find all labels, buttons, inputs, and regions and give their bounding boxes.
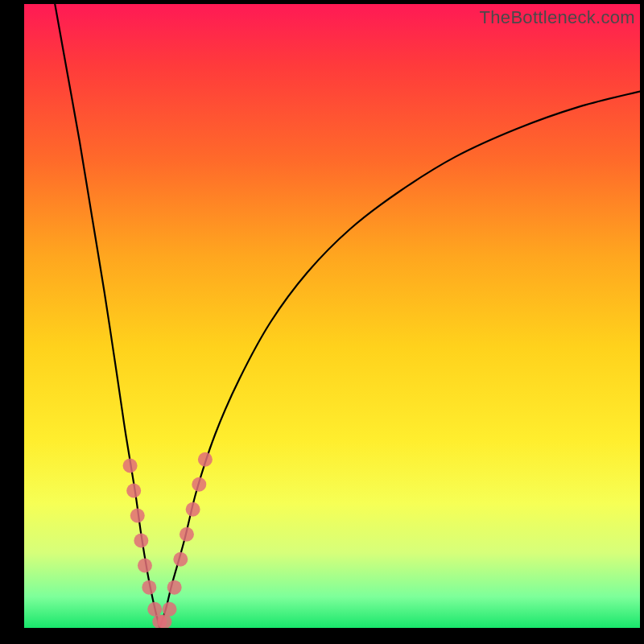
marker-point xyxy=(134,534,148,548)
marker-point xyxy=(186,502,200,517)
curve-layer xyxy=(24,4,640,628)
marker-point xyxy=(126,484,141,498)
marker-point xyxy=(123,459,138,473)
marker-point xyxy=(192,477,206,492)
marker-point xyxy=(163,602,177,617)
plot-area: TheBottleneck.com xyxy=(24,4,640,628)
marker-point xyxy=(180,527,194,542)
marker-point xyxy=(147,602,162,617)
marker-point xyxy=(138,559,152,573)
marker-point xyxy=(130,509,145,523)
marker-point xyxy=(167,580,182,595)
marker-point xyxy=(198,452,213,467)
marker-point xyxy=(142,580,156,595)
curve-right-branch xyxy=(159,92,640,629)
chart-frame: TheBottleneck.com xyxy=(0,0,644,644)
marker-point xyxy=(173,552,188,567)
